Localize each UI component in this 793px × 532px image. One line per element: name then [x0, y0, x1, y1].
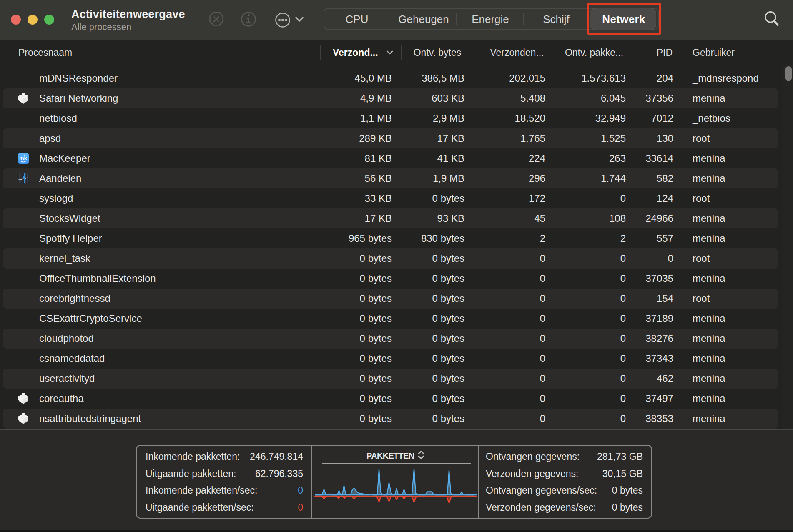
svg-text:mk: mk [19, 155, 28, 161]
